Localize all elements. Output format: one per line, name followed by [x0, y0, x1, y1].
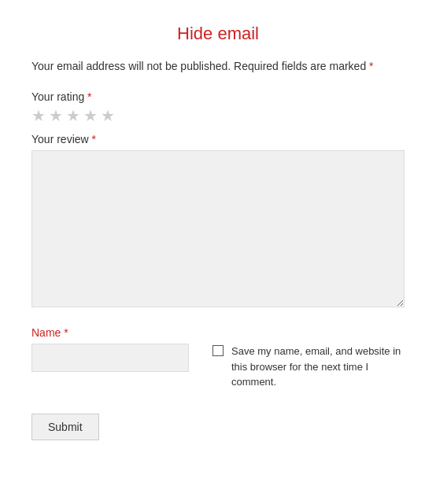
name-section: Name * — [31, 326, 189, 372]
save-text: Save my name, email, and website in this… — [231, 344, 405, 390]
review-textarea[interactable] — [31, 150, 405, 307]
review-label: Your review * — [31, 133, 405, 145]
rating-section: Your rating * ★ ★ ★ ★ ★ — [31, 90, 405, 123]
rating-label: Your rating * — [31, 90, 405, 103]
star-1[interactable]: ★ — [31, 108, 46, 123]
form-card: Hide email Your email address will not b… — [0, 0, 436, 504]
save-checkbox[interactable] — [212, 345, 224, 356]
save-section: Save my name, email, and website in this… — [212, 326, 405, 390]
required-indicator: * — [369, 60, 373, 72]
name-input[interactable] — [31, 344, 189, 372]
star-5[interactable]: ★ — [101, 108, 115, 123]
name-label: Name * — [31, 326, 189, 339]
star-4[interactable]: ★ — [83, 108, 98, 123]
subtitle-text: Your email address will not be published… — [31, 60, 366, 72]
star-3[interactable]: ★ — [66, 108, 80, 123]
review-section: Your review * — [31, 133, 405, 311]
star-rating[interactable]: ★ ★ ★ ★ ★ — [31, 108, 405, 123]
star-2[interactable]: ★ — [49, 108, 63, 123]
bottom-row: Name * Save my name, email, and website … — [31, 326, 405, 390]
submit-button[interactable]: Submit — [31, 414, 99, 440]
subtitle: Your email address will not be published… — [31, 58, 405, 75]
page-title: Hide email — [31, 24, 405, 44]
